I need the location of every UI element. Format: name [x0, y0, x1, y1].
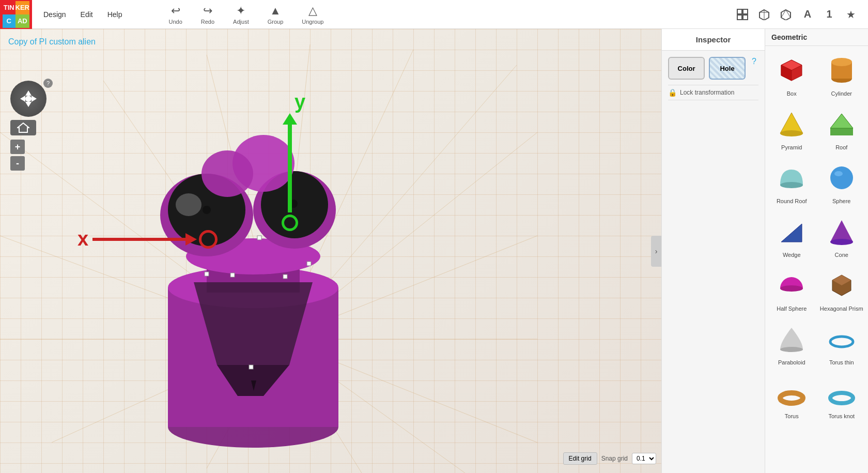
sphere-icon [824, 160, 860, 196]
inspector-body: Color Hole ? 🔒 Lock transformation [662, 51, 765, 106]
snap-select[interactable]: 0.1 0.5 1.0 [632, 453, 656, 464]
svg-point-47 [203, 206, 211, 214]
cube-view-button[interactable] [755, 6, 773, 23]
group-button[interactable]: ▲ Group [264, 2, 288, 27]
round-roof-icon [773, 160, 810, 196]
wireframe-button[interactable] [777, 6, 795, 23]
adjust-button[interactable]: ✦ Adjust [229, 2, 253, 27]
nav-pan[interactable] [10, 81, 47, 117]
wedge-icon [773, 213, 810, 250]
svg-marker-50 [25, 102, 32, 107]
cylinder-label: Cylinder [831, 90, 852, 97]
group-icon: ▲ [270, 4, 281, 18]
inspector-help[interactable]: ? [750, 57, 758, 80]
undo-button[interactable]: ↩ Undo [165, 2, 187, 27]
svg-point-53 [25, 96, 32, 102]
svg-point-78 [780, 347, 803, 352]
svg-point-34 [176, 193, 202, 216]
torus-thin-icon [824, 321, 860, 357]
svg-rect-39 [205, 272, 209, 276]
svg-rect-3 [743, 15, 748, 20]
shape-cone[interactable]: Cone [817, 209, 866, 262]
svg-marker-52 [32, 96, 37, 102]
panel-toggle[interactable]: › [651, 236, 661, 267]
logo-c: C [3, 14, 16, 28]
pyramid-label: Pyramid [781, 144, 802, 150]
main-area: Copy of PI custom alien [0, 29, 868, 473]
shape-cylinder[interactable]: Cylinder [817, 48, 866, 101]
edit-grid-button[interactable]: Edit grid [563, 452, 597, 465]
menu-edit[interactable]: Edit [74, 7, 99, 22]
y-axis-label: y [295, 91, 305, 113]
svg-marker-54 [18, 123, 29, 132]
menu-design[interactable]: Design [37, 7, 72, 22]
logo-tin: TIN [3, 1, 16, 14]
lock-icon: 🔒 [668, 88, 677, 97]
cone-icon [824, 213, 860, 250]
logo[interactable]: TIN KER C AD [0, 0, 32, 29]
zoom-in[interactable]: + [10, 140, 25, 154]
shape-wedge[interactable]: Wedge [767, 209, 816, 262]
grid-view-button[interactable] [734, 6, 751, 23]
svg-rect-1 [743, 9, 748, 14]
shape-roof[interactable]: Roof [817, 102, 866, 155]
nav-controls: ? + - [10, 81, 47, 171]
right-toolbar: A 1 ★ [734, 6, 868, 23]
shape-half-sphere[interactable]: Half Sphere [767, 263, 816, 316]
inspector-panel: Inspector Color Hole ? 🔒 Lock transforma… [661, 29, 765, 473]
canvas-area[interactable]: Copy of PI custom alien [0, 29, 661, 473]
lock-label: Lock transformation [680, 89, 734, 96]
svg-point-67 [780, 182, 803, 188]
undo-icon: ↩ [171, 4, 180, 18]
shape-torus[interactable]: Torus [767, 371, 816, 423]
svg-rect-40 [307, 262, 311, 266]
nav-help[interactable]: ? [43, 79, 53, 88]
roof-label: Roof [835, 144, 847, 150]
svg-rect-0 [737, 9, 742, 14]
torus-thin-label: Torus thin [829, 359, 854, 365]
sphere-label: Sphere [832, 198, 850, 204]
paraboloid-label: Paraboloid [778, 359, 805, 365]
svg-point-82 [830, 393, 853, 403]
hole-button[interactable]: Hole [709, 57, 746, 80]
menubar: TIN KER C AD Design Edit Help ↩ Undo ↪ R… [0, 0, 868, 29]
menu-help[interactable]: Help [101, 7, 129, 22]
svg-point-80 [830, 337, 853, 347]
round-roof-label: Round Roof [777, 198, 807, 204]
star-button[interactable]: ★ [842, 6, 860, 23]
number-1-button[interactable]: 1 [820, 6, 838, 23]
svg-rect-41 [230, 273, 235, 277]
shape-torus-knot[interactable]: Torus knot [817, 371, 866, 423]
undo-label: Undo [169, 19, 182, 25]
ungroup-icon: △ [308, 4, 317, 18]
shape-round-roof[interactable]: Round Roof [767, 156, 816, 208]
menu-items: Design Edit Help [32, 7, 134, 22]
torus-knot-label: Torus knot [828, 413, 855, 419]
bottom-controls: Edit grid Snap grid 0.1 0.5 1.0 [563, 452, 656, 465]
text-a-button[interactable]: A [799, 6, 816, 23]
inspector-header: Inspector [662, 29, 765, 51]
nav-home[interactable] [10, 120, 36, 135]
x-axis-label: x [78, 228, 88, 250]
zoom-out[interactable]: - [10, 156, 25, 171]
logo-ad: AD [16, 14, 29, 28]
shape-box[interactable]: Box [767, 48, 816, 101]
half-sphere-label: Half Sphere [777, 306, 807, 312]
svg-rect-38 [257, 236, 261, 240]
redo-button[interactable]: ↪ Redo [197, 2, 219, 27]
svg-point-60 [831, 58, 852, 66]
shape-sphere[interactable]: Sphere [817, 156, 866, 208]
shapes-title: Geometric [771, 33, 807, 41]
ungroup-button[interactable]: △ Ungroup [298, 2, 328, 27]
snap-label: Snap grid [601, 455, 628, 462]
adjust-label: Adjust [233, 19, 249, 25]
color-button[interactable]: Color [668, 57, 705, 80]
svg-point-46 [202, 150, 253, 197]
shape-torus-thin[interactable]: Torus thin [817, 317, 866, 370]
shape-paraboloid[interactable]: Paraboloid [767, 317, 816, 370]
project-title: Copy of PI custom alien [8, 37, 96, 47]
roof-icon [824, 106, 860, 142]
x-axis: x [78, 228, 218, 250]
shape-pyramid[interactable]: Pyramid [767, 102, 816, 155]
shape-hexagonal-prism[interactable]: Hexagonal Prism [817, 263, 866, 316]
